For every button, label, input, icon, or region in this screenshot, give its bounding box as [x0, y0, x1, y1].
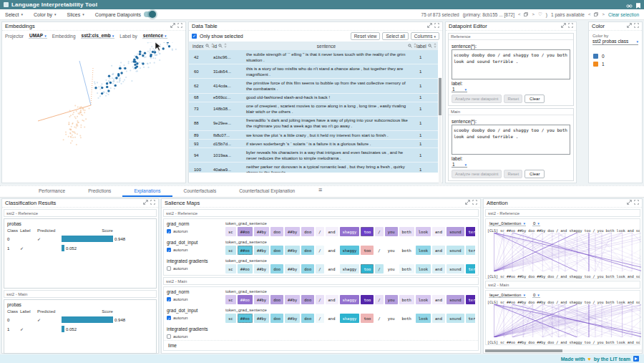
only-show-selected-checkbox[interactable]: ✓: [192, 34, 197, 39]
token-chip[interactable]: and: [326, 264, 338, 274]
tab-performance[interactable]: Performance: [27, 185, 77, 197]
head-select[interactable]: 0▾: [532, 293, 540, 298]
token-chip[interactable]: shaggy: [340, 264, 360, 274]
columns-button[interactable]: Columns▾: [411, 32, 439, 40]
fullscreen-icon[interactable]: [568, 23, 573, 29]
maximize-icon[interactable]: [627, 200, 632, 206]
token-chip[interactable]: and: [432, 295, 445, 304]
table-row[interactable]: 42a1bc96...the subtle strength of `` ell…: [189, 50, 438, 64]
reset-view-button[interactable]: Reset view: [351, 32, 381, 40]
token-chip[interactable]: /: [316, 227, 323, 236]
token-chip[interactable]: ##by: [254, 227, 269, 236]
token-chip[interactable]: you: [385, 264, 398, 274]
token-chip[interactable]: shaggy: [340, 246, 360, 255]
fullscreen-icon[interactable]: [472, 200, 477, 206]
sentence-textarea[interactable]: scooby dooby doo / and shaggy too / you …: [452, 125, 570, 155]
select-menu[interactable]: Select▾: [5, 12, 23, 17]
maximize-icon[interactable]: [143, 200, 148, 206]
table-row[interactable]: 62414cda...the primitive force of this f…: [189, 79, 438, 93]
token-chip[interactable]: and: [326, 227, 338, 236]
token-chip[interactable]: sound: [447, 246, 464, 255]
token-chip[interactable]: doo: [301, 314, 314, 323]
token-chip[interactable]: ##by: [285, 227, 300, 236]
token-chip[interactable]: terrible: [466, 295, 475, 304]
share-link-icon[interactable]: [626, 0, 633, 11]
token-chip[interactable]: /: [375, 246, 383, 255]
token-chip[interactable]: shaggy: [340, 227, 360, 236]
tab-counterfactual-explanation[interactable]: Counterfactual Explanation: [228, 185, 306, 197]
label-select[interactable]: 1▾: [452, 162, 467, 168]
token-chip[interactable]: ##oo: [238, 314, 253, 323]
autorun-checkbox[interactable]: ✓: [167, 248, 171, 252]
tab-counterfactuals[interactable]: Counterfactuals: [172, 185, 228, 197]
table-row[interactable]: 10040aba9...neither parker nor donovan i…: [189, 163, 438, 173]
token-chip[interactable]: sc: [225, 295, 236, 304]
token-chip[interactable]: too: [361, 227, 374, 236]
token-chip[interactable]: ##by: [285, 314, 300, 323]
autorun-checkbox[interactable]: ✓: [167, 229, 171, 233]
fullscreen-icon[interactable]: [634, 23, 639, 29]
token-chip[interactable]: /: [375, 264, 383, 274]
token-chip[interactable]: too: [361, 295, 374, 304]
token-chip[interactable]: shaggy: [340, 314, 360, 323]
autorun-checkbox[interactable]: ✓: [167, 297, 171, 301]
next-pair-button[interactable]: >: [602, 12, 605, 16]
prev-pair-button[interactable]: <: [588, 12, 591, 16]
scrollbar-thumb[interactable]: [439, 78, 441, 115]
token-chip[interactable]: ##oo: [238, 295, 253, 304]
token-chip[interactable]: terrible: [466, 264, 475, 274]
copy-icon[interactable]: [524, 12, 528, 17]
token-chip[interactable]: sc: [225, 264, 236, 274]
token-chip[interactable]: and: [432, 264, 445, 274]
sentence-textarea[interactable]: scooby dooby doo / and shaggy too / you …: [452, 49, 570, 79]
maximize-icon[interactable]: [561, 23, 566, 29]
head-select[interactable]: 0▾: [532, 221, 540, 226]
search-icon[interactable]: [205, 44, 210, 49]
autorun-control[interactable]: ✓autorun: [167, 248, 225, 252]
token-chip[interactable]: ##by: [254, 295, 269, 304]
token-chip[interactable]: ##oo: [238, 264, 253, 274]
fullscreen-icon[interactable]: [177, 23, 182, 29]
fullscreen-icon[interactable]: [634, 200, 639, 206]
token-chip[interactable]: doo: [270, 295, 283, 304]
analyze-new-datapoint-button[interactable]: Analyze new datapoint: [452, 170, 502, 178]
token-chip[interactable]: doo: [301, 246, 314, 255]
token-chip[interactable]: ##by: [285, 264, 300, 274]
token-chip[interactable]: doo: [301, 227, 314, 236]
token-chip[interactable]: sc: [225, 227, 236, 236]
token-chip[interactable]: and: [326, 295, 338, 304]
reset-button[interactable]: Reset: [504, 170, 522, 178]
copy-icon[interactable]: [594, 12, 598, 17]
maximize-icon[interactable]: [170, 23, 175, 29]
token-chip[interactable]: doo: [270, 314, 283, 323]
autorun-checkbox[interactable]: [167, 334, 171, 339]
table-scrollbar[interactable]: [439, 77, 441, 200]
token-chip[interactable]: ##oo: [238, 246, 253, 255]
search-icon[interactable]: [428, 44, 432, 49]
next-datapoint-button[interactable]: >: [532, 12, 535, 16]
tab-predictions[interactable]: Predictions: [77, 185, 122, 197]
docs-icon[interactable]: [636, 0, 640, 11]
token-chip[interactable]: terrible: [466, 314, 475, 323]
autorun-checkbox[interactable]: ✓: [167, 316, 171, 320]
token-chip[interactable]: ##by: [285, 295, 300, 304]
token-chip[interactable]: ##by: [254, 314, 269, 323]
embedding-scatterplot[interactable]: [2, 42, 184, 181]
color-by-select[interactable]: sst2 probas class▾: [592, 39, 638, 45]
token-chip[interactable]: /: [316, 246, 323, 255]
clear-button[interactable]: Clear: [525, 170, 545, 178]
token-chip[interactable]: you: [385, 246, 398, 255]
token-chip[interactable]: ##by: [254, 246, 269, 255]
token-chip[interactable]: both: [399, 227, 414, 236]
token-chip[interactable]: both: [399, 295, 414, 304]
token-chip[interactable]: and: [326, 314, 338, 323]
tab-explanations[interactable]: Explanations: [122, 185, 172, 197]
table-row[interactable]: 6031db54...this is a story of two misfit…: [189, 64, 438, 79]
token-chip[interactable]: too: [361, 246, 374, 255]
slices-menu[interactable]: Slices▾: [67, 12, 84, 17]
token-chip[interactable]: doo: [301, 264, 314, 274]
sort-icon[interactable]: [434, 43, 436, 49]
token-chip[interactable]: and: [326, 246, 338, 255]
search-icon[interactable]: [408, 44, 412, 49]
token-chip[interactable]: look: [416, 246, 431, 255]
